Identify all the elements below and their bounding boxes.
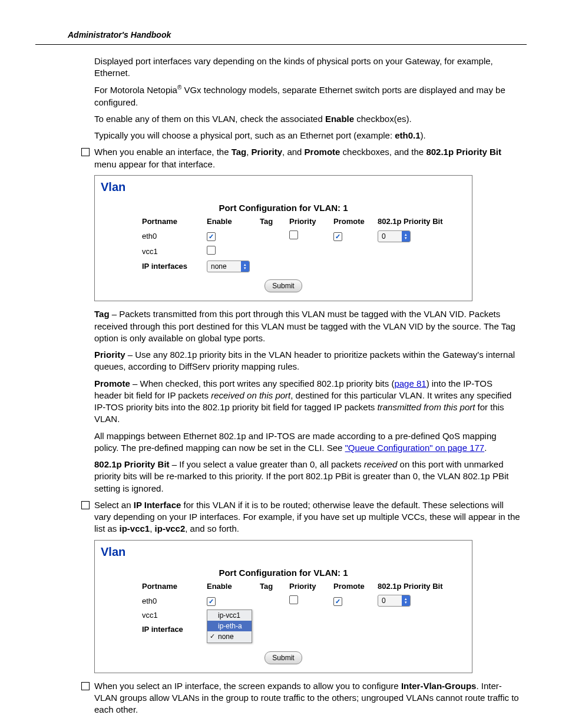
link-page-81[interactable]: page 81 (394, 378, 426, 388)
bullet-text: Select an IP Interface for this VLAN if … (94, 499, 521, 535)
checkbox-bullet-icon (81, 148, 90, 156)
col-pbit: 802.1p Priority Bit (378, 581, 460, 592)
italic-transmitted: transmitted from this port (378, 402, 475, 412)
col-priority: Priority (289, 581, 333, 592)
text: , and so forth. (185, 523, 239, 533)
header-rule (35, 44, 527, 45)
vlan-panel-1: Vlan Port Configuration for VLAN: 1 Port… (94, 175, 472, 302)
para-netopia: For Motorola Netopia® VGx technology mod… (94, 84, 521, 108)
updown-arrows-icon: ▴▾ (241, 261, 249, 272)
text: ). (421, 130, 426, 140)
dropdown-option-ipetha[interactable]: ip-eth-a (207, 621, 252, 631)
dropdown-option-ipvcc1[interactable]: ip-vcc1 (207, 610, 252, 621)
col-portname: Portname (142, 216, 207, 227)
eth0-priority-checkbox[interactable] (289, 595, 298, 604)
bold-pbit: 802.1p Priority Bit (94, 459, 170, 469)
checkbox-bullet-icon (81, 682, 90, 690)
text: menu appear for that interface. (94, 159, 215, 169)
panel-subtitle: Port Configuration for VLAN: 1 (101, 567, 466, 579)
eth0-pbit-select[interactable]: 0 ▴▾ (378, 595, 411, 607)
row-vcc1-name: vcc1 (142, 246, 207, 257)
col-tag: Tag (260, 216, 289, 227)
bold-promote: Promote (305, 147, 340, 157)
text: – When checked, this port writes any spe… (130, 378, 395, 388)
select-value: 0 (378, 596, 402, 605)
text: To enable any of them on this VLAN, chec… (94, 114, 325, 124)
bold-8021p: 802.1p Priority Bit (426, 147, 501, 157)
bold-tag: Tag (232, 147, 247, 157)
dropdown-option-none[interactable]: none (207, 631, 252, 642)
bullet-enable-interface: When you enable an interface, the Tag, P… (94, 146, 521, 170)
bold-priority: Priority (94, 350, 125, 360)
bold-tag: Tag (94, 309, 110, 319)
italic-received: received (364, 459, 398, 469)
bold-priority: Priority (252, 147, 283, 157)
text: Typically you will choose a physical por… (94, 130, 395, 140)
row-eth0-name: eth0 (142, 596, 207, 607)
text: When you enable an interface, the (94, 147, 232, 157)
updown-arrows-icon: ▴▾ (402, 595, 410, 606)
eth0-enable-checkbox[interactable] (207, 597, 216, 606)
port-config-table: Portname Enable Tag Priority Promote 802… (142, 216, 466, 272)
eth0-promote-checkbox[interactable] (333, 232, 342, 241)
text: Select an (94, 500, 134, 510)
panel-title: Vlan (101, 544, 466, 560)
para-priority: Priority – Use any 802.1p priority bits … (94, 349, 521, 373)
text: , (150, 523, 154, 533)
eth0-promote-checkbox[interactable] (333, 597, 342, 606)
bullet-text: When you select an IP interface, the scr… (94, 680, 521, 716)
para-physical-ports: Displayed port interfaces vary depending… (94, 55, 521, 80)
vcc1-enable-checkbox[interactable] (207, 246, 216, 255)
text: For Motorola Netopia (94, 85, 177, 95)
vlan-panel-2: Vlan Port Configuration for VLAN: 1 Port… (94, 540, 472, 673)
col-priority: Priority (289, 216, 333, 227)
col-promote: Promote (333, 581, 378, 592)
para-promote: Promote – When checked, this port writes… (94, 378, 521, 426)
text: checkbox(es). (354, 114, 412, 124)
bullet-ip-interface: Select an IP Interface for this VLAN if … (94, 499, 521, 535)
text: checkboxes, and the (340, 147, 426, 157)
bullet-inter-vlan: When you select an IP interface, the scr… (94, 680, 521, 716)
para-tag: Tag – Packets transmitted from this port… (94, 308, 521, 344)
submit-button[interactable]: Submit (265, 651, 302, 664)
bullet-text: When you enable an interface, the Tag, P… (94, 146, 521, 170)
bold-ipvcc1: ip-vcc1 (120, 523, 150, 533)
ip-interfaces-label: IP interfaces (142, 261, 207, 272)
page-content: Displayed port interfaces vary depending… (94, 55, 521, 716)
italic-received: received on this port (211, 390, 290, 400)
ip-interfaces-select[interactable]: none ▴▾ (207, 261, 250, 272)
para-mappings: All mappings between Ethernet 802.1p and… (94, 430, 521, 454)
row-eth0-name: eth0 (142, 231, 207, 242)
bold-enable: Enable (325, 114, 354, 124)
eth0-enable-checkbox[interactable] (207, 232, 216, 241)
ip-interface-label: IP interface (142, 624, 207, 635)
row-vcc1-name: vcc1 (142, 610, 207, 621)
text: – Packets transmitted from this port thr… (94, 309, 515, 343)
link-queue-config[interactable]: "Queue Configuration" on page 177 (345, 443, 485, 453)
submit-button[interactable]: Submit (265, 279, 302, 292)
eth0-pbit-select[interactable]: 0 ▴▾ (378, 230, 411, 242)
select-value: none (207, 262, 241, 271)
para-enable-checkbox: To enable any of them on this VLAN, chec… (94, 113, 521, 125)
text: . (484, 443, 487, 453)
bold-ip-interface: IP Interface (134, 500, 181, 510)
text: – If you select a value greater than 0, … (170, 459, 364, 469)
dropdown-list: ip-vcc1 ip-eth-a none (207, 610, 252, 643)
text: , and (282, 147, 305, 157)
text: , (246, 147, 251, 157)
bold-ipvcc2: ip-vcc2 (155, 523, 186, 533)
col-promote: Promote (333, 216, 378, 227)
panel-subtitle: Port Configuration for VLAN: 1 (101, 202, 466, 214)
select-value: 0 (378, 232, 402, 241)
bold-inter-vlan-groups: Inter-Vlan-Groups (401, 681, 477, 691)
col-tag: Tag (260, 581, 289, 592)
col-pbit: 802.1p Priority Bit (378, 216, 460, 227)
text: When you select an IP interface, the scr… (94, 681, 401, 691)
eth0-priority-checkbox[interactable] (289, 230, 298, 239)
para-pbit: 802.1p Priority Bit – If you select a va… (94, 459, 521, 495)
text: – Use any 802.1p priority bits in the VL… (94, 350, 515, 371)
col-enable: Enable (207, 581, 260, 592)
bold-promote: Promote (94, 378, 130, 388)
para-eth-example: Typically you will choose a physical por… (94, 130, 521, 141)
updown-arrows-icon: ▴▾ (402, 231, 410, 242)
